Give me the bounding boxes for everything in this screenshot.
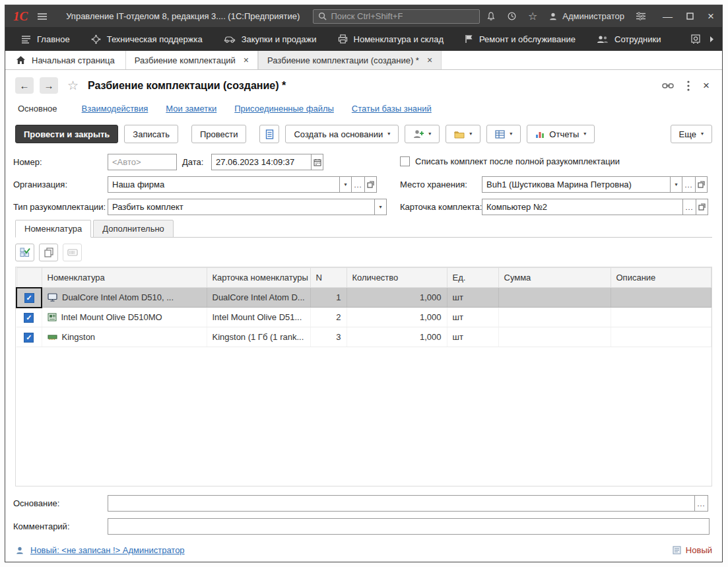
favorites-star-icon[interactable]: ☆ [528,11,537,22]
cell-n[interactable]: 2 [310,308,347,327]
nav-item-main[interactable]: Основное [15,101,64,116]
nav-item-kb-articles[interactable]: Статьи базы знаний [352,104,432,114]
table-row[interactable]: ✓ Kingston Kingston (1 Гб (1 rank... 3 1… [17,327,711,347]
header-unit[interactable]: Ед. [447,268,498,288]
cell-quantity[interactable]: 1,000 [347,308,447,327]
tab-close-icon[interactable]: × [244,55,249,65]
organization-dropdown-icon[interactable]: ▾ [339,176,352,193]
kit-card-input[interactable] [482,199,683,215]
cell-unit[interactable]: шт [447,308,498,327]
cell-n[interactable]: 3 [310,327,347,347]
unpack-type-dropdown-icon[interactable]: ▾ [374,199,387,215]
number-input[interactable] [108,154,177,170]
document-structure-button[interactable] [259,125,279,143]
calendar-icon[interactable] [311,154,323,170]
more-button[interactable]: Еще ▾ [671,125,712,143]
cell-card[interactable]: Kingston (1 Гб (1 rank... [207,327,310,347]
row-checkbox[interactable]: ✓ [24,293,34,303]
set-marks-button[interactable] [15,244,34,261]
home-page-tab[interactable]: Начальная страница [5,51,125,69]
reports-button[interactable]: Отчеты ▾ [527,125,595,143]
row-checkbox[interactable]: ✓ [24,333,34,343]
copy-row-button[interactable] [39,244,58,261]
notifications-bell-icon[interactable] [486,11,496,21]
cell-card[interactable]: Intel Mount Olive D51... [207,308,310,327]
get-link-icon[interactable] [662,83,674,89]
post-and-close-button[interactable]: Провести и закрыть [15,125,118,143]
organization-choose-button[interactable]: ... [351,176,365,193]
cell-quantity[interactable]: 1,000 [347,327,447,347]
close-form-icon[interactable]: × [703,79,710,92]
cell-card[interactable]: DualCore Intel Atom D... [207,288,310,308]
row-checkbox[interactable]: ✓ [24,313,34,323]
tab-razbienie-komplektaciy[interactable]: Разбиение комплектаций × [125,51,258,69]
section-repair-service[interactable]: Ремонт и обслуживание [454,27,586,51]
storage-open-icon[interactable] [695,176,708,193]
safe-section-icon[interactable] [691,34,700,44]
section-purchases-sales[interactable]: Закупки и продажи [213,27,327,51]
storage-input[interactable] [482,176,671,193]
table-row[interactable]: ✓ Intel Mount Olive D510MO Intel Mount O… [17,308,711,327]
close-window-button[interactable]: × [708,10,714,23]
cell-description[interactable] [611,308,711,327]
settings-sliders-icon[interactable] [636,12,646,20]
header-n[interactable]: N [310,268,347,288]
organization-open-icon[interactable] [364,176,377,193]
kit-card-open-icon[interactable] [696,199,708,215]
cell-n[interactable]: 1 [310,288,347,308]
header-card[interactable]: Карточка номенклатуры [207,268,310,288]
cell-sum[interactable] [498,308,611,327]
more-kebab-icon[interactable] [687,81,690,91]
global-search-input[interactable]: Поиск Ctrl+Shift+F [313,9,480,24]
basis-choose-button[interactable]: ... [694,495,708,512]
storage-choose-button[interactable]: ... [682,176,696,193]
storage-dropdown-icon[interactable]: ▾ [670,176,682,193]
tab-razbienie-komplektacii-sozdanie[interactable]: Разбиение комплектации (создание) * × [258,51,442,69]
register-records-button[interactable]: ▾ [486,125,521,143]
writeoff-checkbox[interactable] [400,156,410,166]
files-button[interactable]: ▾ [446,125,480,143]
section-nomenclature-stock[interactable]: Номенклатура и склад [327,27,454,51]
cell-unit[interactable]: шт [447,288,498,308]
barcode-scanner-button[interactable] [63,244,82,261]
header-sum[interactable]: Сумма [498,268,611,288]
table-row[interactable]: ✓ DualCore Intel Atom D510, ... DualCore… [17,288,711,308]
tab-close-icon[interactable]: × [427,55,432,65]
cell-sum[interactable] [498,288,611,308]
comment-input[interactable] [108,518,710,535]
section-main[interactable]: Главное [11,27,81,51]
header-nomenclature[interactable]: Номенклатура [42,268,207,288]
back-button[interactable]: ← [15,77,34,94]
section-tech-support[interactable]: Техническая поддержка [81,27,213,51]
cell-sum[interactable] [498,327,611,347]
create-on-basis-button[interactable]: Создать на основании ▾ [285,125,399,143]
post-button[interactable]: Провести [191,125,247,143]
nav-item-notes[interactable]: Мои заметки [166,104,216,114]
document-status-link[interactable]: Новый: <не записан !> Администратор [30,545,185,555]
nav-item-interactions[interactable]: Взаимодействия [82,104,149,114]
organization-input[interactable] [108,176,340,193]
minimize-button[interactable]: — [663,11,673,22]
sections-overflow-chevron-icon[interactable] [710,36,714,43]
tab-additional[interactable]: Дополнительно [93,220,174,238]
basis-input[interactable] [108,495,695,512]
nav-item-attached-files[interactable]: Присоединенные файлы [234,104,334,114]
header-quantity[interactable]: Количество [347,268,447,288]
writeoff-checkbox-label[interactable]: Списать комплект после полной разукомпле… [415,156,620,167]
history-icon[interactable] [507,11,517,21]
kit-card-choose-button[interactable]: ... [682,199,696,215]
unpack-type-input[interactable] [108,199,375,215]
forward-button[interactable]: → [40,77,58,94]
date-input[interactable] [211,154,312,170]
cell-nomenclature[interactable]: Intel Mount Olive D510MO [42,308,207,327]
write-button[interactable]: Записать [124,125,178,143]
cell-unit[interactable]: шт [447,327,498,347]
cell-nomenclature[interactable]: Kingston [42,327,207,347]
tab-nomenclature[interactable]: Номенклатура [15,220,91,238]
header-description[interactable]: Описание [611,268,711,288]
section-employees[interactable]: Сотрудники [586,27,671,51]
cell-description[interactable] [611,288,711,308]
cell-description[interactable] [611,327,711,347]
cell-quantity[interactable]: 1,000 [347,288,447,308]
create-task-button[interactable]: ▾ [405,125,440,143]
